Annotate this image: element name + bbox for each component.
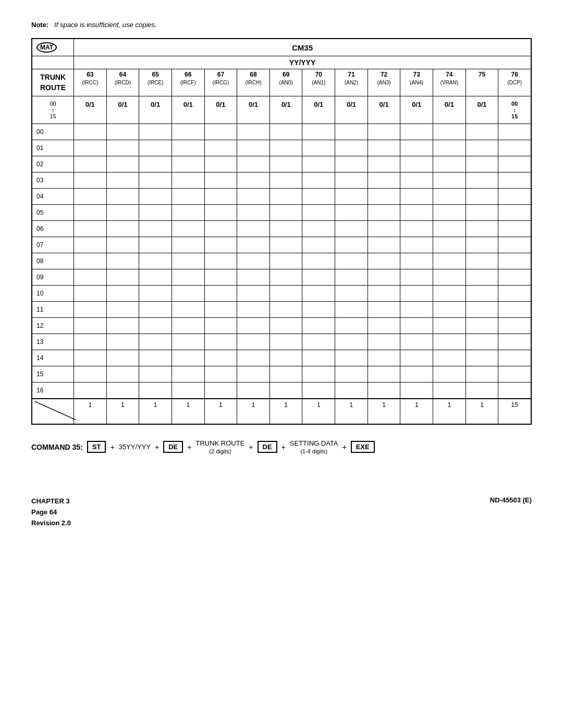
cell-08-7[interactable] [302,253,335,269]
cell-00-9[interactable] [368,124,401,140]
cell-13-6[interactable] [270,334,303,350]
cell-08-1[interactable] [107,253,140,269]
cell-02-12[interactable] [466,156,499,172]
cell-13-7[interactable] [302,334,335,350]
cell-00-7[interactable] [302,124,335,140]
cell-01-4[interactable] [205,140,238,156]
cell-00-5[interactable] [237,124,270,140]
cell-09-1[interactable] [107,269,140,285]
cell-06-3[interactable] [172,221,205,237]
cell-04-13[interactable] [498,189,531,204]
cell-10-1[interactable] [107,286,140,301]
cell-00-1[interactable] [107,124,140,140]
cell-00-8[interactable] [335,124,368,140]
cell-11-0[interactable] [74,302,107,317]
cell-03-13[interactable] [498,172,531,188]
cell-00-2[interactable] [139,124,172,140]
cell-06-0[interactable] [74,221,107,237]
cell-04-3[interactable] [172,189,205,204]
cell-07-6[interactable] [270,237,303,253]
cell-10-9[interactable] [368,286,401,301]
cell-07-12[interactable] [466,237,499,253]
cell-15-2[interactable] [139,366,172,382]
cell-15-10[interactable] [400,366,433,382]
cell-02-11[interactable] [433,156,466,172]
cell-08-4[interactable] [205,253,238,269]
cell-05-3[interactable] [172,205,205,220]
cell-00-0[interactable] [74,124,107,140]
exe-button[interactable]: EXE [351,441,375,453]
cell-06-6[interactable] [270,221,303,237]
cell-12-5[interactable] [237,318,270,334]
cell-12-11[interactable] [433,318,466,334]
cell-13-10[interactable] [400,334,433,350]
cell-03-1[interactable] [107,172,140,188]
cell-13-3[interactable] [172,334,205,350]
cell-00-10[interactable] [400,124,433,140]
cell-08-13[interactable] [498,253,531,269]
cell-13-8[interactable] [335,334,368,350]
cell-11-4[interactable] [205,302,238,317]
cell-13-1[interactable] [107,334,140,350]
cell-10-6[interactable] [270,286,303,301]
cell-14-12[interactable] [466,350,499,366]
cell-07-2[interactable] [139,237,172,253]
cell-01-0[interactable] [74,140,107,156]
cell-15-7[interactable] [302,366,335,382]
cell-03-9[interactable] [368,172,401,188]
cell-16-13[interactable] [498,382,531,398]
cell-04-8[interactable] [335,189,368,204]
cell-01-13[interactable] [498,140,531,156]
cell-05-10[interactable] [400,205,433,220]
cell-03-4[interactable] [205,172,238,188]
cell-07-0[interactable] [74,237,107,253]
cell-07-3[interactable] [172,237,205,253]
cell-03-10[interactable] [400,172,433,188]
cell-16-4[interactable] [205,382,238,398]
cell-12-3[interactable] [172,318,205,334]
cell-03-6[interactable] [270,172,303,188]
cell-07-11[interactable] [433,237,466,253]
cell-02-4[interactable] [205,156,238,172]
cell-09-13[interactable] [498,269,531,285]
cell-11-13[interactable] [498,302,531,317]
cell-02-8[interactable] [335,156,368,172]
cell-12-9[interactable] [368,318,401,334]
cell-08-9[interactable] [368,253,401,269]
cell-03-2[interactable] [139,172,172,188]
cell-09-2[interactable] [139,269,172,285]
cell-15-1[interactable] [107,366,140,382]
cell-02-1[interactable] [107,156,140,172]
cell-08-8[interactable] [335,253,368,269]
cell-01-6[interactable] [270,140,303,156]
cell-06-4[interactable] [205,221,238,237]
cell-07-1[interactable] [107,237,140,253]
cell-07-4[interactable] [205,237,238,253]
cell-16-0[interactable] [74,382,107,398]
cell-14-7[interactable] [302,350,335,366]
cell-02-2[interactable] [139,156,172,172]
cell-03-7[interactable] [302,172,335,188]
cell-12-0[interactable] [74,318,107,334]
cell-06-2[interactable] [139,221,172,237]
cell-14-4[interactable] [205,350,238,366]
cell-13-11[interactable] [433,334,466,350]
cell-09-5[interactable] [237,269,270,285]
cell-06-8[interactable] [335,221,368,237]
cell-08-3[interactable] [172,253,205,269]
cell-08-11[interactable] [433,253,466,269]
cell-16-8[interactable] [335,382,368,398]
cell-04-5[interactable] [237,189,270,204]
cell-03-3[interactable] [172,172,205,188]
cell-01-12[interactable] [466,140,499,156]
cell-06-10[interactable] [400,221,433,237]
cell-03-12[interactable] [466,172,499,188]
cell-05-12[interactable] [466,205,499,220]
cell-13-13[interactable] [498,334,531,350]
cell-14-11[interactable] [433,350,466,366]
cell-01-3[interactable] [172,140,205,156]
cell-03-5[interactable] [237,172,270,188]
cell-13-9[interactable] [368,334,401,350]
cell-06-7[interactable] [302,221,335,237]
cell-09-8[interactable] [335,269,368,285]
